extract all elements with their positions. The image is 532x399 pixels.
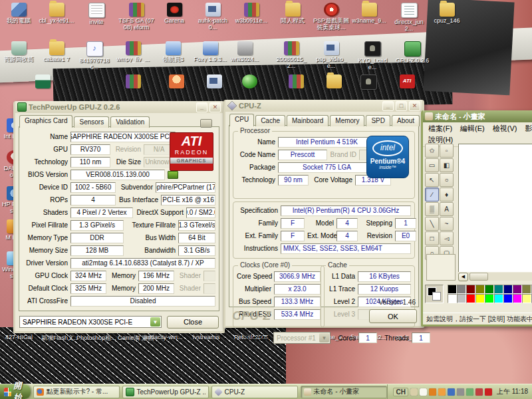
desktop-icon[interactable]: Foxy 1.9.3... <box>192 41 229 63</box>
cpuz-minimize-button[interactable]: _ <box>382 101 394 111</box>
desktop-icon[interactable] <box>287 74 305 88</box>
desktop-icon-label[interactable]: Photoshop相... <box>76 334 116 342</box>
color-swatch[interactable] <box>475 294 485 303</box>
taskbar-button[interactable]: CPU-Z <box>211 386 298 398</box>
desktop-icon[interactable] <box>124 74 142 88</box>
paint-tool-button[interactable]: □ <box>425 231 439 245</box>
tray-icon[interactable] <box>485 388 492 396</box>
paint-tool-button[interactable]: A <box>440 202 454 216</box>
taskbar-button[interactable]: 未命名 - 小畫家 <box>301 386 387 398</box>
desktop-icon[interactable]: TSFS GA (0708) eform <box>118 3 155 31</box>
desktop-icon[interactable]: directx_jun2... <box>390 3 428 32</box>
desktop-icon[interactable] <box>398 74 416 88</box>
desktop-icon[interactable]: w3name_9... <box>350 3 388 24</box>
color-swatch[interactable] <box>448 285 457 294</box>
desktop-icon[interactable]: invite <box>78 3 115 25</box>
tab-about[interactable]: About <box>392 115 420 126</box>
tab-mainboard[interactable]: Mainboard <box>287 115 329 126</box>
scroll-left-arrow-icon[interactable]: ◀ <box>458 273 468 281</box>
ok-button[interactable]: OK <box>369 309 417 323</box>
paint-tool-button[interactable]: ◧ <box>440 158 454 172</box>
tab-sensors[interactable]: Sensors <box>74 116 109 128</box>
tray-icon[interactable] <box>429 388 436 396</box>
paint-tool-button[interactable]: ○ <box>440 173 454 187</box>
tab-validation[interactable]: Validation <box>110 116 150 128</box>
tab-spd[interactable]: SPD <box>366 115 390 126</box>
desktop-icon[interactable] <box>325 74 343 88</box>
tray-icon[interactable] <box>466 388 473 396</box>
desktop-icon[interactable]: GPU-Z 0.2.6 <box>394 41 431 64</box>
screenshot-camera-icon[interactable] <box>200 119 212 128</box>
desktop-icon-label[interactable]: audacity-win... <box>144 334 183 340</box>
color-swatch[interactable] <box>503 285 513 294</box>
desktop-icon[interactable]: PSP遊戲美圖 裝美桌球... <box>313 3 350 31</box>
menu-image[interactable]: 影像(I) <box>521 123 532 134</box>
start-button[interactable]: 開始 <box>0 384 31 399</box>
tray-icon[interactable] <box>410 388 418 396</box>
color-swatch[interactable] <box>457 285 466 294</box>
color-swatch[interactable] <box>513 294 522 303</box>
paint-tool-button[interactable]: ↖ <box>425 173 439 187</box>
gpuz-close-button[interactable]: ✕ <box>209 102 221 112</box>
cpuz-close-button[interactable]: ✕ <box>409 101 420 111</box>
color-swatch[interactable] <box>513 285 522 294</box>
paint-tool-button[interactable]: ▭ <box>425 158 439 172</box>
paint-tool-button[interactable]: ◅ <box>440 231 454 245</box>
desktop-icon[interactable]: psp_video_e... <box>313 41 350 69</box>
paint-tool-button[interactable]: ▒ <box>425 202 439 216</box>
desktop-icon-label[interactable]: 427-HIGal <box>5 334 33 340</box>
tab-cache[interactable]: Cache <box>255 115 285 126</box>
gpuz-minimize-button[interactable]: _ <box>196 102 207 112</box>
desktop-icon[interactable]: KYO_Loade... <box>354 41 391 70</box>
desktop-icon[interactable]: 閒人程式 <box>274 3 311 24</box>
menu-view[interactable]: 檢視(V) <box>489 123 521 134</box>
processor-selection-combo[interactable]: Processor #1 ▼ <box>273 332 331 344</box>
desktop-icon-label[interactable]: lvstreamis <box>193 334 220 340</box>
paint-tool-button[interactable]: ~ <box>440 217 454 231</box>
color-swatch[interactable] <box>485 294 494 303</box>
desktop-icon[interactable]: 20080615_2... <box>273 41 310 69</box>
foreground-background-swatch[interactable] <box>425 285 444 303</box>
desktop-icon[interactable]: cabate1 7 <box>38 41 75 63</box>
tray-icon[interactable] <box>438 388 446 396</box>
tab-cpu[interactable]: CPU <box>229 114 254 126</box>
tab-memory[interactable]: Memory <box>330 115 364 126</box>
scrollbar-thumb[interactable] <box>469 273 488 281</box>
tab-graphics-card[interactable]: Graphics Card <box>19 115 72 128</box>
paint-tool-button[interactable]: ╲ <box>425 217 439 231</box>
desktop-icon[interactable]: 領航員3 <box>154 41 192 63</box>
color-swatch[interactable] <box>448 294 457 303</box>
paint-titlebar[interactable]: 未命名 - 小畫家 _ <box>423 110 532 122</box>
chevron-down-icon[interactable]: ▼ <box>150 317 160 327</box>
cpuz-maximize-button[interactable]: □ <box>396 101 407 111</box>
chevron-down-icon[interactable]: ▼ <box>319 333 329 342</box>
paint-tool-button[interactable]: ♦ <box>440 188 454 201</box>
color-swatch[interactable] <box>494 285 503 294</box>
paint-tool-button[interactable]: ∕ <box>425 188 439 201</box>
desktop-icon[interactable] <box>240 74 259 88</box>
desktop-icon[interactable] <box>167 74 186 88</box>
menu-edit[interactable]: 編輯(E) <box>456 123 489 134</box>
color-swatch[interactable] <box>485 285 494 294</box>
cpuz-titlebar[interactable]: CPU-Z _ □ ✕ <box>225 100 422 112</box>
desktop-icon[interactable]: wra3024... <box>226 41 263 63</box>
desktop-icon[interactable] <box>33 74 52 88</box>
menu-file[interactable]: 檔案(F) <box>424 123 456 134</box>
paint-tool-button[interactable]: ✩ <box>425 144 439 158</box>
paint-tool-button[interactable]: ▫ <box>440 144 454 158</box>
desktop-icon[interactable]: cbl_yx-le91... <box>38 3 75 24</box>
desktop-icon[interactable]: w3b0911e... <box>233 3 270 24</box>
paint-horizontal-scrollbar[interactable]: ◀ <box>458 273 532 281</box>
color-swatch[interactable] <box>475 285 485 294</box>
color-swatch[interactable] <box>466 285 475 294</box>
taskbar-button[interactable]: 點更新顯示卡? - 常... <box>33 386 120 398</box>
tray-icon[interactable] <box>448 388 455 396</box>
color-swatch[interactable] <box>522 285 531 294</box>
desktop-icon[interactable]: cpuz_146 <box>428 3 466 24</box>
desktop-icon[interactable]: 8419767186... <box>76 41 113 70</box>
desktop-icon[interactable]: auhk-patch0... <box>194 3 231 31</box>
desktop-icon[interactable]: Garena <box>156 3 193 24</box>
desktop-icon[interactable] <box>205 74 223 88</box>
color-swatch[interactable] <box>494 294 503 303</box>
taskbar-button[interactable]: TechPowerUp GPU-Z ... <box>122 386 209 398</box>
